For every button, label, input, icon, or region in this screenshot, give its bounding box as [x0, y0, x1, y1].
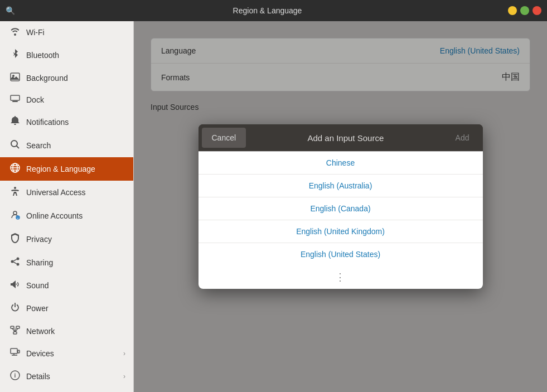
- titlebar: 🔍 Region & Language: [0, 0, 547, 21]
- sidebar-label-background: Background: [26, 74, 68, 83]
- universal-access-icon: [9, 186, 21, 199]
- dialog-list-item-english-uk[interactable]: English (United Kingdom): [199, 220, 483, 243]
- dialog-list: ChineseEnglish (Australia)English (Canad…: [199, 151, 483, 265]
- sharing-icon: [9, 257, 21, 269]
- svg-rect-2: [11, 95, 20, 100]
- sidebar-item-wifi[interactable]: Wi-Fi: [0, 21, 133, 43]
- sidebar-label-search: Search: [26, 141, 51, 150]
- svg-rect-22: [11, 326, 14, 328]
- svg-rect-3: [12, 101, 18, 102]
- sidebar-label-wifi: Wi-Fi: [26, 28, 45, 37]
- sidebar-item-search[interactable]: Search: [0, 134, 133, 157]
- main-content: Language English (United States) Formats…: [134, 21, 547, 392]
- dialog-cancel-button[interactable]: Cancel: [202, 128, 246, 148]
- chevron-icon-devices: ›: [123, 350, 125, 357]
- sidebar-label-sound: Sound: [26, 281, 49, 290]
- svg-point-11: [14, 187, 16, 189]
- sidebar-item-privacy[interactable]: Privacy: [0, 228, 133, 251]
- sidebar: Wi-FiBluetoothBackgroundDockNotification…: [0, 21, 134, 392]
- minimize-button[interactable]: [508, 6, 517, 15]
- dock-icon: [9, 95, 21, 105]
- dialog-titlebar: Cancel Add an Input Source Add: [199, 124, 483, 151]
- dialog-list-item-english-ca[interactable]: English (Canada): [199, 197, 483, 220]
- svg-point-1: [12, 75, 14, 77]
- window-controls: [508, 6, 547, 15]
- devices-icon: [9, 348, 21, 359]
- dialog-title: Add an Input Source: [249, 133, 442, 143]
- svg-point-4: [11, 141, 17, 147]
- svg-line-5: [17, 146, 20, 149]
- dialog-list-item-chinese[interactable]: Chinese: [199, 152, 483, 175]
- sidebar-label-devices: Devices: [26, 349, 54, 358]
- search-icon: [9, 139, 21, 152]
- sidebar-label-region: Region & Language: [26, 164, 95, 173]
- network-icon: [9, 326, 21, 337]
- background-icon: [9, 72, 21, 84]
- sidebar-label-sharing: Sharing: [26, 258, 53, 267]
- svg-rect-23: [16, 326, 20, 328]
- privacy-icon: [9, 233, 21, 245]
- sidebar-label-bluetooth: Bluetooth: [26, 51, 59, 60]
- notifications-icon: [9, 116, 21, 128]
- sidebar-label-dock: Dock: [26, 95, 44, 104]
- sidebar-item-notifications[interactable]: Notifications: [0, 110, 133, 134]
- dialog-add-button[interactable]: Add: [446, 128, 480, 148]
- sound-icon: [9, 280, 21, 291]
- sidebar-item-region[interactable]: Region & Language: [0, 157, 133, 181]
- svg-text:+: +: [17, 216, 19, 220]
- sidebar-item-dock[interactable]: Dock: [0, 89, 133, 110]
- close-button[interactable]: [533, 6, 541, 15]
- sidebar-label-power: Power: [26, 304, 49, 313]
- svg-point-12: [13, 211, 17, 215]
- region-icon: [9, 163, 21, 175]
- power-icon: [9, 302, 21, 314]
- sidebar-item-devices[interactable]: Devices›: [0, 342, 133, 365]
- sidebar-item-universal-access[interactable]: Universal Access: [0, 181, 133, 204]
- sidebar-label-details: Details: [26, 372, 50, 381]
- sidebar-label-universal-access: Universal Access: [26, 188, 86, 197]
- sidebar-label-online-accounts: Online Accounts: [26, 211, 83, 220]
- dialog-list-item-english-us[interactable]: English (United States): [199, 243, 483, 265]
- svg-rect-21: [13, 332, 17, 334]
- svg-line-18: [13, 259, 16, 261]
- titlebar-title: Region & Language: [27, 6, 508, 15]
- add-input-source-dialog: Cancel Add an Input Source Add ChineseEn…: [199, 124, 483, 289]
- sidebar-label-privacy: Privacy: [26, 235, 52, 244]
- sidebar-item-bluetooth[interactable]: Bluetooth: [0, 43, 133, 67]
- dialog-overlay: Cancel Add an Input Source Add ChineseEn…: [134, 21, 547, 392]
- sidebar-label-network: Network: [26, 327, 55, 336]
- sidebar-item-sharing[interactable]: Sharing: [0, 251, 133, 274]
- svg-point-17: [17, 263, 20, 266]
- sidebar-item-background[interactable]: Background: [0, 67, 133, 89]
- dialog-more-icon[interactable]: ⋮: [199, 265, 483, 289]
- sidebar-item-details[interactable]: iDetails›: [0, 365, 133, 388]
- bluetooth-icon: [9, 49, 21, 61]
- svg-point-16: [11, 260, 14, 263]
- svg-text:i: i: [14, 372, 16, 379]
- svg-point-15: [17, 258, 20, 260]
- chevron-icon-details: ›: [123, 372, 125, 380]
- sidebar-label-notifications: Notifications: [26, 118, 69, 127]
- titlebar-search-icon[interactable]: 🔍: [0, 6, 27, 15]
- app-container: Wi-FiBluetoothBackgroundDockNotification…: [0, 21, 547, 392]
- svg-rect-27: [11, 349, 17, 354]
- sidebar-item-power[interactable]: Power: [0, 297, 133, 320]
- maximize-button[interactable]: [520, 6, 529, 15]
- more-icon: ⋮: [335, 271, 346, 283]
- sidebar-item-online-accounts[interactable]: +Online Accounts: [0, 204, 133, 228]
- dialog-list-item-english-au[interactable]: English (Australia): [199, 175, 483, 197]
- wifi-icon: [9, 27, 21, 38]
- svg-rect-30: [18, 350, 20, 353]
- sidebar-item-sound[interactable]: Sound: [0, 274, 133, 297]
- search-icon: 🔍: [6, 6, 15, 15]
- sidebar-item-network[interactable]: Network: [0, 320, 133, 342]
- online-accounts-icon: +: [9, 210, 21, 222]
- details-icon: i: [9, 370, 21, 383]
- svg-line-19: [13, 262, 16, 264]
